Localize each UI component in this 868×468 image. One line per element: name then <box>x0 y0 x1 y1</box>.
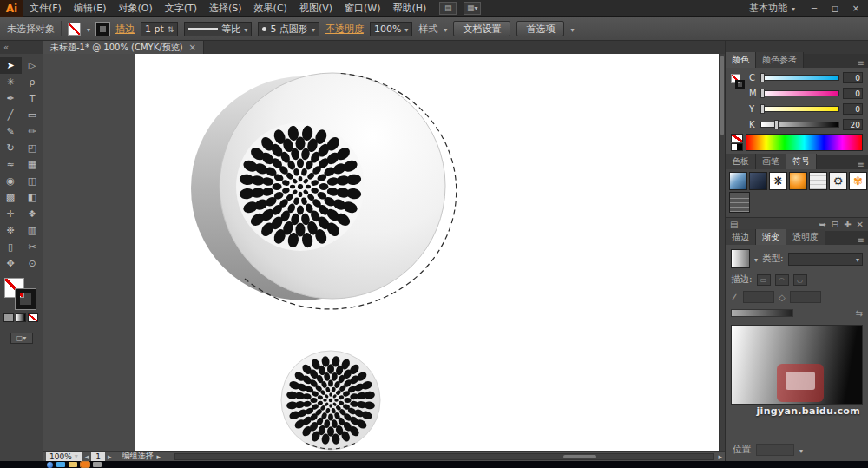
screen-mode-button[interactable]: ▢▾ <box>10 333 33 344</box>
vertical-scrollbar[interactable] <box>719 54 725 451</box>
cyan-slider-handle[interactable] <box>760 73 765 82</box>
black-slider-value[interactable]: 20 <box>843 119 863 130</box>
symbol-sprayer-tool[interactable]: ❉ <box>0 222 22 239</box>
artboard-tool[interactable]: ▯ <box>0 239 22 255</box>
vertical-scrollbar-thumb[interactable] <box>720 56 724 135</box>
tab-brushes[interactable]: 画笔 <box>756 154 786 169</box>
hand-tool[interactable]: ✥ <box>0 255 22 272</box>
symbol-bw-flower[interactable]: ❋ <box>769 172 787 190</box>
perspective-grid-tool[interactable]: ◫ <box>22 173 43 189</box>
stroke-color-indicator[interactable] <box>16 289 36 309</box>
column-graph-tool[interactable]: ▥ <box>22 222 43 239</box>
menu-select[interactable]: 选择(S) <box>203 0 248 17</box>
symbol-light-grid[interactable] <box>809 172 827 190</box>
lasso-tool[interactable]: ρ <box>22 74 43 90</box>
document-tab[interactable]: 未标题-1* @ 100% (CMYK/预览) × <box>43 41 204 54</box>
width-tool[interactable]: ≈ <box>0 156 22 173</box>
cyan-slider-value[interactable]: 0 <box>843 72 863 83</box>
gradient-aspect-field[interactable] <box>790 291 821 303</box>
symbol-blue-gradient[interactable] <box>729 172 747 190</box>
menu-edit[interactable]: 编辑(E) <box>68 0 113 17</box>
caret-down-icon[interactable] <box>570 23 574 35</box>
symbol-gear[interactable]: ⚙ <box>829 172 847 190</box>
stroke-within-button[interactable]: ▭ <box>757 274 771 286</box>
collapse-tools-icon[interactable] <box>3 42 9 53</box>
variable-width-profile-select[interactable]: 等比 <box>184 22 252 36</box>
menu-file[interactable]: 文件(F) <box>23 0 68 17</box>
pencil-tool[interactable]: ✏ <box>22 123 43 140</box>
tab-color-guide[interactable]: 颜色参考 <box>756 52 804 68</box>
document-setup-button[interactable]: 文档设置 <box>453 21 510 36</box>
black-white-swatch[interactable] <box>731 143 743 152</box>
app-logo-icon[interactable]: Ai <box>0 0 23 17</box>
gradient-mode-button[interactable] <box>16 313 26 322</box>
caret-down-icon[interactable] <box>754 254 758 264</box>
close-button[interactable]: × <box>845 0 866 17</box>
black-slider-handle[interactable] <box>774 120 779 129</box>
taskbar-app-generic[interactable] <box>93 462 102 467</box>
tab-swatches[interactable]: 色板 <box>726 154 756 169</box>
slice-tool[interactable]: ✂ <box>22 239 43 255</box>
rotate-tool[interactable]: ↻ <box>0 140 22 156</box>
opacity-field[interactable]: 100% <box>370 22 412 36</box>
minimize-button[interactable]: ─ <box>804 0 825 17</box>
menu-window[interactable]: 窗口(W) <box>339 0 386 17</box>
color-spectrum[interactable] <box>746 134 863 151</box>
panel-menu-icon[interactable] <box>858 159 868 169</box>
fill-swatch-none[interactable] <box>68 23 81 36</box>
shape-builder-tool[interactable]: ◉ <box>0 173 22 189</box>
prev-artboard-icon[interactable]: ◂ <box>85 452 89 461</box>
type-tool[interactable]: T <box>22 90 43 107</box>
color-mode-button[interactable] <box>3 313 14 322</box>
free-transform-tool[interactable]: ▦ <box>22 156 43 173</box>
gradient-type-select[interactable] <box>788 253 863 266</box>
tab-color[interactable]: 颜色 <box>726 52 756 68</box>
artboard-number[interactable]: 1 <box>91 452 105 461</box>
scroll-right-icon[interactable]: ▸ <box>718 452 722 461</box>
line-segment-tool[interactable]: ╱ <box>0 107 22 123</box>
canvas[interactable] <box>43 54 725 451</box>
cyan-slider-track[interactable] <box>760 75 839 81</box>
yellow-slider-value[interactable]: 0 <box>843 103 863 115</box>
place-symbol-icon[interactable]: ➥ <box>819 220 825 229</box>
symbol-libraries-icon[interactable]: ▤ <box>730 220 738 229</box>
horizontal-scrollbar[interactable] <box>174 453 714 460</box>
break-link-icon[interactable]: ⊟ <box>832 220 838 229</box>
go-to-bridge-icon[interactable]: ▤ <box>439 2 457 15</box>
eyedropper-tool[interactable]: ✛ <box>0 206 22 222</box>
arrange-documents-icon[interactable]: ▦ <box>464 2 481 15</box>
start-button[interactable] <box>47 462 53 468</box>
magic-wand-tool[interactable]: ✳ <box>0 74 22 90</box>
stepper-icon[interactable] <box>168 23 174 35</box>
preferences-button[interactable]: 首选项 <box>516 21 564 36</box>
gradient-angle-field[interactable] <box>743 291 774 303</box>
stroke-swatch[interactable] <box>96 23 109 36</box>
brush-definition-select[interactable]: 5 点圆形 <box>258 22 319 36</box>
none-swatch[interactable] <box>731 134 743 142</box>
symbol-grid-swatch[interactable] <box>729 192 750 213</box>
delete-symbol-icon[interactable]: ✕ <box>857 220 864 229</box>
mesh-tool[interactable]: ▩ <box>0 189 22 206</box>
menu-type[interactable]: 文字(T) <box>159 0 203 17</box>
close-tab-icon[interactable]: × <box>189 43 196 52</box>
menu-view[interactable]: 视图(V) <box>293 0 339 17</box>
pen-tool[interactable]: ✒ <box>0 90 22 107</box>
black-slider-track[interactable] <box>760 122 839 128</box>
mini-stroke-indicator[interactable] <box>735 80 745 89</box>
panel-menu-icon[interactable] <box>858 234 868 245</box>
tab-transparency[interactable]: 透明度 <box>786 229 825 245</box>
tab-symbols[interactable]: 符号 <box>786 154 817 169</box>
stroke-across-button[interactable]: ◡ <box>793 274 807 286</box>
direct-selection-tool[interactable]: ▷ <box>22 57 43 74</box>
position-field[interactable] <box>756 444 794 456</box>
selection-tool[interactable]: ➤ <box>0 57 22 74</box>
gradient-fill-thumbnail[interactable] <box>731 249 750 268</box>
symbol-orange-orb[interactable] <box>789 172 807 190</box>
stroke-weight-field[interactable]: 1 pt <box>141 22 178 36</box>
magenta-slider-track[interactable] <box>760 90 839 96</box>
scale-tool[interactable]: ◰ <box>22 140 43 156</box>
caret-down-icon[interactable] <box>444 23 447 35</box>
flat-circle-object[interactable] <box>281 351 380 450</box>
magenta-slider-handle[interactable] <box>760 89 765 98</box>
tab-gradient[interactable]: 渐变 <box>756 229 786 245</box>
